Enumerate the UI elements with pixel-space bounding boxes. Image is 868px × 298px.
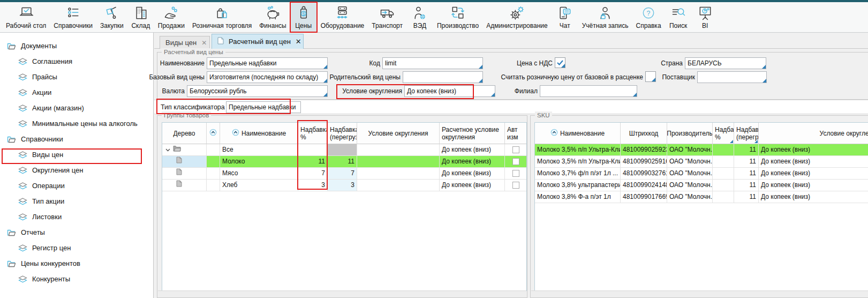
- table-row-sku-5[interactable]: Молоко 3,8% Ф-а п/эт 1л 4810099017669 ОА…: [535, 191, 868, 203]
- naimenovanie-field[interactable]: Предельные надбавки: [207, 57, 328, 69]
- over-cell[interactable]: 11: [734, 180, 759, 191]
- chevron-down-icon[interactable]: [165, 144, 170, 155]
- table-row-myaso[interactable]: Мясо 7 7 До копеек (вниз): [162, 168, 526, 180]
- column-header-raschetnoe-uslovie[interactable]: Расчетное условиеокругления: [440, 123, 505, 144]
- auto-change-checkbox[interactable]: [512, 146, 519, 153]
- column-header-uslovie-okrugleniya[interactable]: Условие округления: [759, 123, 868, 144]
- auto-change-checkbox[interactable]: [512, 158, 519, 165]
- pct-cell[interactable]: [713, 180, 734, 191]
- column-header-proizvoditel[interactable]: Производитель: [667, 123, 713, 144]
- table-row-sku-3[interactable]: Молоко 3,7% ф/п п/эт 1л ... 481009903276…: [535, 168, 868, 180]
- column-header-naimenovanie[interactable]: Наименование: [220, 123, 298, 144]
- over-cell[interactable]: 11: [734, 191, 759, 203]
- pct-cell[interactable]: [713, 156, 734, 168]
- pct-cell[interactable]: [713, 168, 734, 180]
- tip-klassifikatora-field[interactable]: Предельные надбавки: [226, 101, 301, 113]
- column-header-nadbavka-pct[interactable]: Надбавка%: [298, 123, 328, 144]
- barcode-cell[interactable]: 4810099017669: [621, 191, 667, 203]
- rounding-cell[interactable]: [357, 180, 440, 191]
- over-cell[interactable]: 11: [734, 156, 759, 168]
- name-cell[interactable]: Все: [220, 144, 298, 156]
- producer-cell[interactable]: ОАО "Молочн...: [667, 180, 713, 191]
- pct-cell[interactable]: 3: [298, 180, 328, 191]
- producer-cell[interactable]: ОАО "Молочн...: [667, 191, 713, 203]
- column-header-derevo[interactable]: Дерево: [162, 123, 207, 144]
- table-row-sku-2[interactable]: Молоко 3,5% п/п Ультра-Клин 1... 4810099…: [535, 156, 868, 168]
- column-header-avto-izmenenie[interactable]: Автизм: [505, 123, 527, 144]
- name-cell[interactable]: Молоко 3,7% ф/п п/эт 1л ...: [535, 168, 621, 180]
- producer-cell[interactable]: ОАО "Молочн...: [667, 156, 713, 168]
- auto-change-checkbox[interactable]: [512, 170, 519, 177]
- column-header-nadbavka-peregruz[interactable]: Надбавка(перегруз: [328, 123, 357, 144]
- sort-icon[interactable]: [232, 129, 239, 138]
- horizontal-scrollbar[interactable]: [531, 290, 868, 297]
- pct-cell[interactable]: [298, 144, 328, 156]
- roditelskij-vid-ceny-field[interactable]: [403, 71, 483, 83]
- column-header-uslovie-okrugleniya[interactable]: Условие округления: [357, 123, 440, 144]
- rounding-cell[interactable]: [357, 168, 440, 180]
- barcode-cell[interactable]: 4810099032761: [621, 168, 667, 180]
- rounding-cell[interactable]: До копеек (вниз): [759, 144, 868, 156]
- calc-rounding-cell[interactable]: До копеек (вниз): [440, 144, 505, 156]
- close-icon[interactable]: ✕: [296, 38, 301, 46]
- rounding-cell[interactable]: [357, 144, 440, 156]
- schitat-roznichnuyu-checkbox[interactable]: [645, 71, 656, 82]
- tree-cell[interactable]: [162, 168, 207, 180]
- over-cell[interactable]: 11: [328, 156, 357, 168]
- table-row-khleb[interactable]: Хлеб 3 3 До копеек (вниз): [162, 180, 526, 191]
- over-cell[interactable]: 11: [734, 144, 759, 156]
- tree-cell[interactable]: [162, 156, 207, 168]
- table-row-moloko[interactable]: Молоко 11 11 До копеек (вниз): [162, 156, 526, 168]
- table-row-vse[interactable]: Все До копеек (вниз): [162, 144, 526, 156]
- name-cell[interactable]: Молоко 3,5% п/п Ультра-Клин 1...: [535, 156, 621, 168]
- cena-s-nds-checkbox[interactable]: [555, 57, 565, 68]
- column-header-sort[interactable]: [207, 123, 220, 144]
- column-header-shtrihkod[interactable]: Штрихкод: [621, 123, 667, 144]
- sort-icon[interactable]: [550, 129, 558, 138]
- tree-cell[interactable]: [162, 180, 207, 191]
- rounding-cell[interactable]: До копеек (вниз): [759, 168, 868, 180]
- rounding-cell[interactable]: До копеек (вниз): [759, 191, 868, 203]
- filial-field[interactable]: [540, 85, 637, 97]
- calc-rounding-cell[interactable]: До копеек (вниз): [440, 168, 505, 180]
- rounding-cell[interactable]: [357, 156, 440, 168]
- table-row-sku-1[interactable]: Молоко 3,5% п/п Ультра-Клин 0... 4810099…: [535, 144, 868, 156]
- barcode-cell[interactable]: 4810099025923: [621, 144, 667, 156]
- pct-cell[interactable]: 7: [298, 168, 328, 180]
- over-cell[interactable]: 11: [734, 168, 759, 180]
- pct-cell[interactable]: 11: [298, 156, 328, 168]
- producer-cell[interactable]: ОАО "Молочн...: [667, 144, 713, 156]
- auto-change-checkbox[interactable]: [512, 182, 519, 189]
- valyuta-field[interactable]: Белорусский рубль: [187, 85, 328, 97]
- name-cell[interactable]: Молоко 3,8% ультрапастеризов...: [535, 180, 621, 191]
- bazovyj-vid-ceny-field[interactable]: Изготовителя (последняя по складу): [207, 71, 328, 83]
- column-header-nadbavka-peregruz[interactable]: Надбавка,(перегруз: [734, 123, 759, 144]
- barcode-cell[interactable]: 4810099025916: [621, 156, 667, 168]
- calc-rounding-cell[interactable]: До копеек (вниз): [440, 180, 505, 191]
- uslovie-okrugleniya-field[interactable]: До копеек (вниз): [404, 85, 495, 97]
- horizontal-scrollbar[interactable]: [158, 290, 526, 297]
- name-cell[interactable]: Хлеб: [220, 180, 298, 191]
- over-cell[interactable]: [328, 144, 357, 156]
- tab-raschetnyi-vid-cen[interactable]: Расчетный вид цен ✕: [212, 34, 304, 49]
- sort-icon[interactable]: [209, 129, 217, 138]
- column-header-nadbavka-pct[interactable]: Надбавка,%: [713, 123, 734, 144]
- name-cell[interactable]: Молоко 3,5% п/п Ультра-Клин 0...: [535, 144, 621, 156]
- barcode-cell[interactable]: 4810099024148: [621, 180, 667, 191]
- pct-cell[interactable]: [713, 144, 734, 156]
- name-cell[interactable]: Молоко: [220, 156, 298, 168]
- producer-cell[interactable]: ОАО "Молочн...: [667, 168, 713, 180]
- table-row-sku-4[interactable]: Молоко 3,8% ультрапастеризов... 48100990…: [535, 180, 868, 191]
- column-header-naimenovanie[interactable]: Наименование: [535, 123, 621, 144]
- over-cell[interactable]: 7: [328, 168, 357, 180]
- postavshchik-field[interactable]: [697, 71, 767, 83]
- calc-rounding-cell[interactable]: До копеек (вниз): [440, 156, 505, 168]
- rounding-cell[interactable]: До копеек (вниз): [759, 180, 868, 191]
- tree-cell[interactable]: [162, 144, 207, 156]
- strana-field[interactable]: БЕЛАРУСЬ: [685, 57, 766, 69]
- name-cell[interactable]: Молоко 3,8% Ф-а п/эт 1л: [535, 191, 621, 203]
- name-cell[interactable]: Мясо: [220, 168, 298, 180]
- kod-field[interactable]: limit: [382, 57, 483, 69]
- over-cell[interactable]: 3: [328, 180, 357, 191]
- rounding-cell[interactable]: До копеек (вниз): [759, 156, 868, 168]
